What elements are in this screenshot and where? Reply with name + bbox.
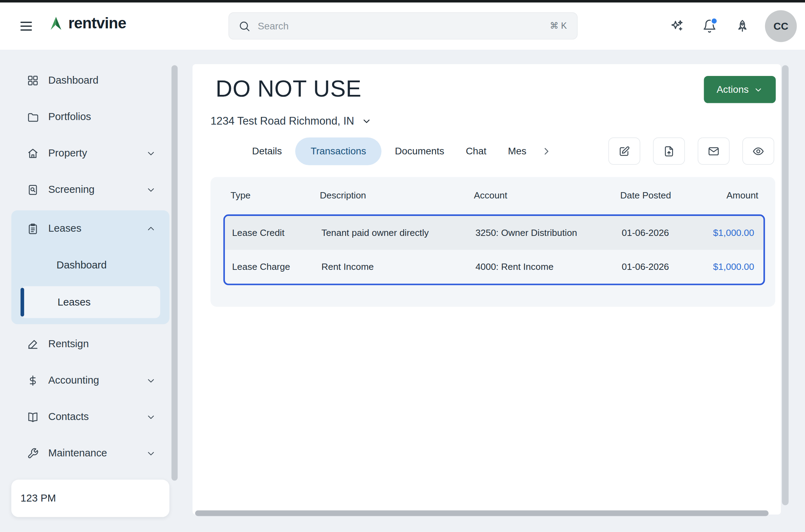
notification-dot [710, 18, 718, 25]
rentvine-logo-icon [48, 14, 64, 33]
cell-account: 4000: Rent Income [475, 261, 622, 272]
cell-account: 3250: Owner Distribution [475, 227, 622, 238]
cell-description: Tenant paid owner directly [321, 227, 475, 238]
tabs: Details Transactions Documents Chat Mes [244, 138, 553, 165]
sidebar-item-property[interactable]: Property [0, 135, 181, 171]
cell-date-posted: 01-06-2026 [622, 227, 704, 238]
topbar: rentvine ⌘ K [0, 2, 805, 50]
cell-amount: $1,000.00 [704, 227, 754, 238]
sidebar-item-label: Accounting [48, 374, 99, 386]
column-header-date-posted: Date Posted [620, 190, 702, 201]
grid-icon [27, 74, 39, 86]
sidebar-nav: Dashboard Portfolios Property Screening [0, 50, 181, 471]
sidebar-item-accounting[interactable]: Accounting [0, 362, 181, 399]
horizontal-scrollbar[interactable] [195, 510, 769, 516]
house-icon [27, 147, 39, 159]
column-header-type: Type [231, 190, 320, 201]
sidebar-item-portfolios[interactable]: Portfolios [0, 98, 181, 135]
whats-new-button[interactable] [732, 16, 753, 36]
chevron-down-icon [146, 375, 156, 385]
clock-text: 123 PM [21, 492, 56, 504]
transactions-table: Type Description Account Date Posted Amo… [211, 177, 775, 307]
file-upload-icon [663, 145, 675, 157]
table-header-row: Type Description Account Date Posted Amo… [211, 177, 775, 215]
cell-date-posted: 01-06-2026 [622, 261, 704, 272]
page-title: DO NOT USE [216, 75, 362, 102]
book-icon [27, 411, 39, 423]
chevron-down-icon [754, 85, 763, 94]
column-header-account: Account [474, 190, 620, 201]
sidebar-item-label: Property [48, 147, 87, 159]
sidebar-item-maintenance[interactable]: Maintenance [0, 435, 181, 471]
window-top-strip [0, 0, 805, 2]
global-search[interactable]: ⌘ K [228, 12, 578, 40]
brand-name: rentvine [68, 14, 126, 32]
sidebar-item-label: Leases [48, 223, 82, 234]
search-icon [238, 20, 250, 32]
clipboard-icon [27, 222, 39, 234]
sidebar-scrollbar[interactable] [172, 65, 178, 481]
property-address-selector[interactable]: 1234 Test Road Richmond, IN [211, 113, 372, 129]
column-header-amount: Amount [702, 190, 758, 201]
sidebar-item-label: Contacts [48, 411, 89, 423]
sidebar-subitem-label: Dashboard [56, 259, 106, 271]
tabs-scroll-right-button[interactable] [540, 146, 553, 157]
actions-button[interactable]: Actions [704, 76, 776, 103]
selected-rows-outline: Lease Credit Tenant paid owner directly … [223, 215, 765, 285]
sidebar-item-leases[interactable]: Leases [11, 210, 169, 247]
hamburger-menu-icon [19, 18, 34, 34]
tab-chat[interactable]: Chat [457, 138, 495, 165]
signature-icon [27, 338, 39, 350]
mail-icon [708, 145, 720, 157]
transaction-row[interactable]: Lease Credit Tenant paid owner directly … [225, 216, 763, 250]
cell-description: Rent Income [321, 261, 475, 272]
sidebar-item-rentsign[interactable]: Rentsign [0, 326, 181, 362]
cell-amount: $1,000.00 [704, 261, 754, 272]
app-window: rentvine ⌘ K [0, 0, 805, 532]
sidebar-subitem-leases[interactable]: Leases [21, 286, 160, 318]
tab-documents[interactable]: Documents [387, 138, 453, 165]
sidebar-item-screening[interactable]: Screening [0, 172, 181, 208]
vertical-scrollbar[interactable] [782, 65, 789, 505]
sidebar-subitem-dashboard[interactable]: Dashboard [11, 247, 169, 283]
file-upload-button[interactable] [653, 138, 685, 165]
clock-card: 123 PM [11, 479, 169, 517]
edit-icon [618, 145, 631, 157]
tab-details[interactable]: Details [244, 138, 290, 165]
active-indicator-bar [21, 288, 24, 316]
hamburger-menu-button[interactable] [15, 16, 37, 36]
transaction-row[interactable]: Lease Charge Rent Income 4000: Rent Inco… [225, 250, 763, 284]
sidebar-item-label: Maintenance [48, 447, 107, 459]
search-input[interactable] [257, 20, 544, 32]
sidebar-item-label: Screening [48, 184, 95, 196]
chevron-right-icon [541, 146, 552, 157]
property-address: 1234 Test Road Richmond, IN [211, 115, 354, 127]
watch-button[interactable] [742, 138, 774, 165]
avatar[interactable]: CC [765, 10, 797, 42]
cell-type: Lease Credit [232, 227, 321, 238]
chevron-down-icon [361, 116, 371, 126]
tab-messages-truncated[interactable]: Mes [500, 138, 535, 165]
eye-icon [752, 145, 764, 157]
sidebar-item-label: Dashboard [48, 75, 98, 86]
avatar-initials: CC [773, 20, 788, 32]
search-shortcut: ⌘ K [550, 21, 567, 31]
quick-actions [608, 138, 774, 165]
sidebar-subitem-label: Leases [57, 296, 91, 308]
sidebar-item-contacts[interactable]: Contacts [0, 399, 181, 435]
brand-logo[interactable]: rentvine [48, 14, 126, 33]
notifications-button[interactable] [699, 16, 720, 36]
actions-button-label: Actions [717, 84, 749, 95]
cell-type: Lease Charge [232, 261, 321, 272]
sidebar-item-label: Portfolios [48, 111, 91, 123]
rocket-icon [735, 19, 750, 33]
content-area: Dashboard Portfolios Property Screening [0, 50, 805, 532]
sidebar: Dashboard Portfolios Property Screening [0, 50, 181, 532]
mail-button[interactable] [698, 138, 730, 165]
sidebar-item-dashboard[interactable]: Dashboard [0, 62, 181, 98]
edit-button[interactable] [608, 138, 640, 165]
lease-detail-card: DO NOT USE 1234 Test Road Richmond, IN A… [193, 64, 781, 514]
ai-assistant-button[interactable] [666, 16, 687, 36]
tab-transactions[interactable]: Transactions [295, 138, 381, 165]
document-search-icon [27, 183, 39, 196]
